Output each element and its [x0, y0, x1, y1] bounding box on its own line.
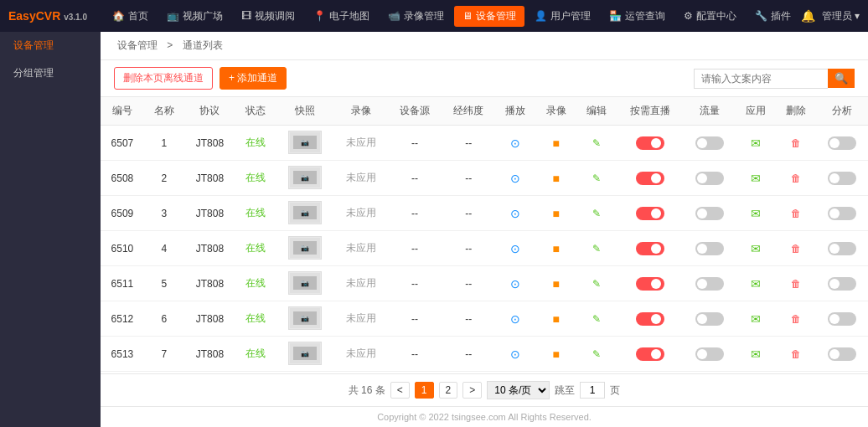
cell-traffic[interactable]: [684, 126, 736, 161]
cell-traffic[interactable]: [684, 301, 736, 337]
cell-edit[interactable]: ✎: [576, 266, 617, 301]
cell-snapshot[interactable]: 📷: [276, 161, 334, 196]
traffic-toggle[interactable]: [695, 136, 724, 150]
record-icon[interactable]: ■: [548, 135, 565, 152]
cell-analysis[interactable]: [816, 301, 868, 337]
nav-item-用户管理[interactable]: 👤用户管理: [526, 6, 599, 27]
cell-apply[interactable]: ✉: [736, 126, 776, 161]
cell-edit[interactable]: ✎: [576, 301, 617, 337]
cell-traffic[interactable]: [684, 231, 736, 266]
cell-analysis[interactable]: [816, 126, 868, 161]
record-icon[interactable]: ■: [548, 346, 565, 363]
cell-livestream[interactable]: [617, 161, 684, 196]
edit-icon[interactable]: ✎: [588, 135, 605, 152]
add-channel-button[interactable]: + 添加通道: [220, 67, 287, 90]
livestream-toggle[interactable]: [636, 312, 664, 326]
sidebar-item-设备管理[interactable]: 设备管理: [0, 32, 101, 59]
traffic-toggle[interactable]: [695, 172, 724, 185]
record-icon[interactable]: ■: [548, 240, 565, 257]
delete-icon[interactable]: 🗑: [788, 346, 804, 363]
analysis-toggle[interactable]: [828, 312, 856, 326]
snapshot-thumbnail[interactable]: 📷: [288, 306, 322, 330]
cell-edit[interactable]: ✎: [576, 196, 617, 231]
snapshot-thumbnail[interactable]: 📷: [288, 271, 322, 295]
cell-record-btn[interactable]: ■: [536, 126, 576, 161]
cell-snapshot[interactable]: 📷: [276, 337, 334, 372]
analysis-toggle[interactable]: [828, 242, 856, 255]
cell-livestream[interactable]: [617, 231, 684, 266]
analysis-toggle[interactable]: [828, 277, 856, 291]
cell-play[interactable]: ⊙: [495, 337, 535, 372]
analysis-toggle[interactable]: [828, 136, 856, 150]
cell-delete[interactable]: 🗑: [776, 231, 816, 266]
cell-edit[interactable]: ✎: [576, 231, 617, 266]
nav-item-配置中心[interactable]: ⚙配置中心: [675, 6, 745, 27]
cell-analysis[interactable]: [816, 196, 868, 231]
cell-play[interactable]: ⊙: [495, 196, 535, 231]
cell-delete[interactable]: 🗑: [776, 161, 816, 196]
apply-icon[interactable]: ✉: [747, 205, 764, 222]
page-jump-input[interactable]: [580, 382, 605, 399]
sidebar-item-分组管理[interactable]: 分组管理: [0, 59, 101, 87]
traffic-toggle[interactable]: [695, 207, 724, 220]
play-icon[interactable]: ⊙: [507, 346, 524, 363]
cell-edit[interactable]: ✎: [576, 126, 617, 161]
play-icon[interactable]: ⊙: [507, 135, 524, 152]
livestream-toggle[interactable]: [636, 136, 664, 150]
traffic-toggle[interactable]: [695, 312, 724, 326]
cell-livestream[interactable]: [617, 266, 684, 301]
cell-snapshot[interactable]: 📷: [276, 196, 334, 231]
search-button[interactable]: 🔍: [828, 69, 855, 88]
play-icon[interactable]: ⊙: [507, 205, 524, 222]
apply-icon[interactable]: ✉: [747, 170, 764, 187]
livestream-toggle[interactable]: [636, 207, 664, 220]
nav-item-视频调阅[interactable]: 🎞视频调阅: [233, 6, 303, 27]
cell-apply[interactable]: ✉: [736, 337, 776, 372]
apply-icon[interactable]: ✉: [747, 275, 764, 292]
cell-delete[interactable]: 🗑: [776, 337, 816, 372]
livestream-toggle[interactable]: [636, 347, 664, 361]
cell-apply[interactable]: ✉: [736, 196, 776, 231]
delete-icon[interactable]: 🗑: [788, 170, 804, 187]
cell-edit[interactable]: ✎: [576, 161, 617, 196]
cell-snapshot[interactable]: 📷: [276, 301, 334, 337]
cell-record-btn[interactable]: ■: [536, 337, 576, 372]
cell-analysis[interactable]: [816, 231, 868, 266]
delete-offline-button[interactable]: 删除本页离线通道: [114, 67, 213, 90]
cell-traffic[interactable]: [684, 196, 736, 231]
cell-record-btn[interactable]: ■: [536, 266, 576, 301]
snapshot-thumbnail[interactable]: 📷: [288, 131, 322, 154]
apply-icon[interactable]: ✉: [747, 346, 764, 363]
analysis-toggle[interactable]: [828, 172, 856, 185]
record-icon[interactable]: ■: [548, 311, 565, 327]
delete-icon[interactable]: 🗑: [788, 275, 804, 292]
nav-item-运管查询[interactable]: 🏪运管查询: [601, 6, 674, 27]
cell-delete[interactable]: 🗑: [776, 266, 816, 301]
cell-record-btn[interactable]: ■: [536, 161, 576, 196]
per-page-select[interactable]: 10 条/页20 条/页50 条/页: [487, 381, 550, 399]
cell-record-btn[interactable]: ■: [536, 301, 576, 337]
nav-item-录像管理[interactable]: 📹录像管理: [380, 6, 452, 27]
apply-icon[interactable]: ✉: [747, 311, 764, 327]
next-page-button[interactable]: >: [462, 382, 482, 399]
record-icon[interactable]: ■: [548, 170, 565, 187]
edit-icon[interactable]: ✎: [588, 275, 605, 292]
page-button-2[interactable]: 2: [439, 382, 458, 399]
snapshot-thumbnail[interactable]: 📷: [288, 201, 322, 224]
delete-icon[interactable]: 🗑: [788, 311, 804, 327]
cell-apply[interactable]: ✉: [736, 301, 776, 337]
edit-icon[interactable]: ✎: [588, 311, 605, 327]
cell-delete[interactable]: 🗑: [776, 126, 816, 161]
record-icon[interactable]: ■: [548, 275, 565, 292]
traffic-toggle[interactable]: [695, 347, 724, 361]
snapshot-thumbnail[interactable]: 📷: [288, 236, 322, 260]
play-icon[interactable]: ⊙: [507, 170, 524, 187]
cell-delete[interactable]: 🗑: [776, 196, 816, 231]
delete-icon[interactable]: 🗑: [788, 205, 804, 222]
cell-apply[interactable]: ✉: [736, 161, 776, 196]
apply-icon[interactable]: ✉: [747, 135, 764, 152]
play-icon[interactable]: ⊙: [507, 275, 524, 292]
search-input[interactable]: [694, 69, 828, 89]
cell-edit[interactable]: ✎: [576, 337, 617, 372]
apply-icon[interactable]: ✉: [747, 240, 764, 257]
